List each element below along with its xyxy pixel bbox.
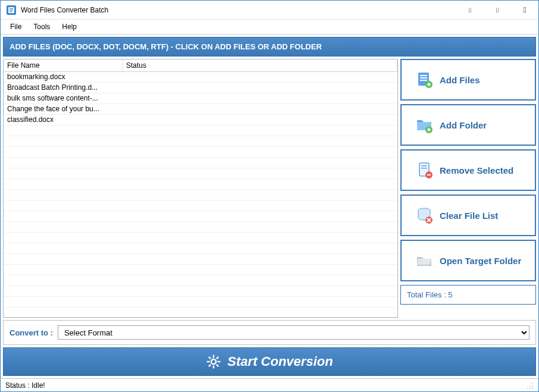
cell-status [123,115,397,125]
cell-filename [4,233,123,243]
menu-tools[interactable]: Tools [27,21,56,33]
cell-status [123,222,397,232]
open-target-label: Open Target Folder [440,256,521,266]
cell-status [123,83,397,93]
svg-rect-6 [420,75,427,76]
svg-rect-16 [421,165,427,167]
table-row [4,243,397,254]
svg-rect-19 [427,174,431,175]
svg-rect-11 [428,83,430,86]
file-list-pane: File Name Status bookmarking.docxBroadca… [3,59,398,318]
cell-filename [4,254,123,264]
maximize-button[interactable]:  [484,1,511,20]
svg-line-27 [209,357,211,359]
cell-filename [4,126,123,136]
menu-file[interactable]: File [4,21,27,33]
cell-filename [4,190,123,200]
cell-status [123,190,397,200]
cell-filename [4,158,123,168]
cell-filename [4,179,123,189]
table-row [4,286,397,297]
cell-filename: Broadcast Batch Printing.d... [4,83,123,93]
cell-filename: bulk sms software content-... [4,93,123,104]
convert-to-label: Convert to : [10,328,53,337]
table-row [4,275,397,286]
cell-status [123,308,397,318]
svg-rect-4 [10,11,12,11]
table-row [4,158,397,168]
table-row [4,190,397,200]
cell-status [123,104,397,114]
cell-status [123,168,397,178]
table-row [4,233,397,243]
file-list-body[interactable]: bookmarking.docxBroadcast Batch Printing… [4,72,397,318]
svg-rect-17 [421,168,427,169]
table-row [4,168,397,179]
add-files-button[interactable]: Add Files [400,59,536,101]
cell-filename [4,136,123,146]
add-folder-icon [415,115,434,134]
table-row [4,308,397,318]
start-conversion-button[interactable]: Start Conversion [3,347,536,376]
table-row[interactable]: bulk sms software content-... [4,93,397,104]
cell-status [123,243,397,253]
menubar: File Tools Help [1,20,538,35]
cell-filename [4,211,123,221]
add-files-label: Add Files [440,75,480,85]
table-row[interactable]: classified.docx [4,115,397,126]
app-icon [7,5,16,15]
cell-status [123,147,397,157]
table-row [4,179,397,190]
cell-filename [4,275,123,286]
table-row [4,126,397,136]
column-filename[interactable]: File Name [4,59,123,71]
svg-point-32 [529,385,531,387]
file-list-header: File Name Status [4,59,397,72]
open-target-icon [415,251,434,270]
cell-status [123,265,397,275]
table-row[interactable]: Broadcast Batch Printing.d... [4,83,397,93]
status-text: Status : Idle! [5,381,45,390]
clear-list-icon [415,206,434,225]
cell-status [123,254,397,264]
table-row[interactable]: Change the face of your bu... [4,104,397,115]
cell-status [123,179,397,189]
svg-rect-7 [420,77,427,79]
instruction-bar: ADD FILES (DOC, DOCX, DOT, DOCM, RTF) - … [3,37,536,57]
window-title: Word Files Converter Batch [21,6,456,14]
close-button[interactable]:  [511,1,538,20]
add-folder-button[interactable]: Add Folder [400,104,536,146]
cell-status [123,200,397,211]
column-status[interactable]: Status [123,59,397,71]
svg-point-35 [529,388,531,389]
cell-status [123,233,397,243]
clear-list-button[interactable]: Clear File List [400,195,536,236]
resize-grip-icon[interactable] [525,381,534,390]
table-row [4,136,397,147]
svg-line-29 [217,357,218,359]
cell-status [123,297,397,307]
format-select[interactable]: Select Format [58,325,529,340]
cell-status [123,286,397,296]
minimize-button[interactable]:  [456,1,484,20]
cell-filename [4,297,123,307]
cell-filename [4,308,123,318]
clear-list-label: Clear File List [440,211,498,221]
cell-status [123,136,397,146]
table-row[interactable]: bookmarking.docx [4,72,397,83]
cell-status [123,158,397,168]
titlebar: Word Files Converter Batch    [1,1,538,20]
convert-row: Convert to : Select Format [3,320,536,345]
cell-status [123,211,397,221]
svg-line-30 [209,365,211,366]
cell-filename: Change the face of your bu... [4,104,123,114]
remove-selected-button[interactable]: Remove Selected [400,149,536,191]
open-target-button[interactable]: Open Target Folder [400,240,536,281]
menu-help[interactable]: Help [56,21,83,33]
cell-filename [4,200,123,211]
cell-filename [4,286,123,296]
table-row [4,211,397,222]
cell-filename: classified.docx [4,115,123,125]
cell-status [123,275,397,286]
table-row [4,265,397,275]
